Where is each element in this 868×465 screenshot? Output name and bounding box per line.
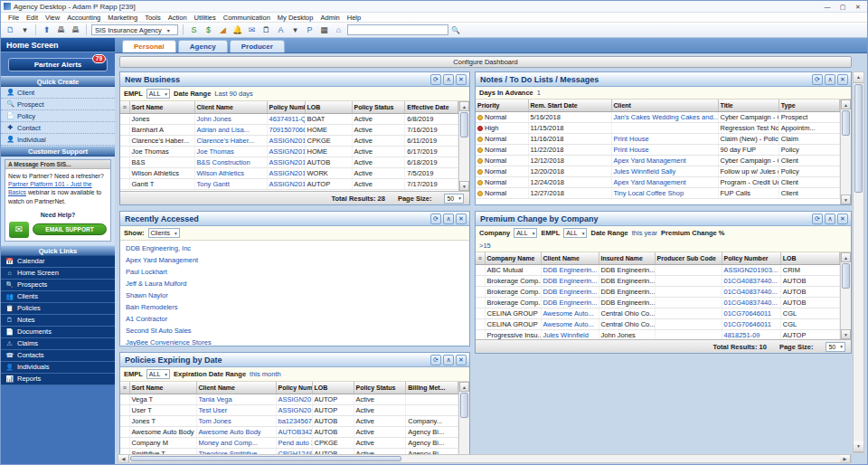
cell-client-name[interactable]: B&S Construction: [194, 157, 267, 167]
table-row[interactable]: Wilson Athletics Wilson Athletics ASSIGN…: [120, 167, 458, 178]
maximize-button[interactable]: ▢: [835, 2, 850, 12]
company-select[interactable]: ALL▾: [514, 228, 537, 238]
table-row[interactable]: Joe Thomas Joe Thomas ASSIGN2019061... H…: [120, 146, 458, 157]
column-header[interactable]: Sort Name: [129, 101, 194, 113]
column-header[interactable]: Company Name: [485, 252, 541, 264]
table-scrollbar[interactable]: ▲▼: [458, 382, 469, 454]
column-header[interactable]: Policy Number: [722, 252, 780, 264]
tab-agency[interactable]: Agency: [178, 40, 228, 52]
cell-policy-number[interactable]: 01CG40837440...: [722, 297, 780, 308]
cell-policy-number[interactable]: 01CG70646011: [722, 318, 780, 329]
days-in-advance-value[interactable]: 1: [537, 89, 541, 97]
cell-policy-number[interactable]: 7091507066127: [267, 124, 305, 135]
table-row[interactable]: Brokerage Comp... DDB Engineerin... DDB …: [476, 286, 840, 297]
cell-client-name[interactable]: Tony Gantt: [194, 178, 267, 189]
table-row[interactable]: High 11/15/2018 Regression Test Notify O…: [476, 122, 840, 133]
collapse-icon[interactable]: ∧: [825, 74, 835, 85]
cell-client-name[interactable]: Tom Jones: [196, 415, 276, 426]
table-row[interactable]: ABC Mutual DDB Engineerin... DDB Enginee…: [476, 264, 840, 275]
menu-item[interactable]: View: [42, 14, 63, 22]
cell-policy-number[interactable]: ASSIGN201903...: [722, 264, 780, 275]
premium-change-value[interactable]: >15: [479, 242, 847, 250]
quick-create-item[interactable]: 👤 Individual: [1, 134, 115, 146]
collapse-icon[interactable]: ∧: [443, 355, 454, 365]
quick-create-item[interactable]: 👤 Client: [1, 87, 115, 99]
tab-personal[interactable]: Personal: [122, 40, 176, 52]
cell-policy-number[interactable]: ASSIGN2019061...: [267, 135, 305, 146]
cell-client-name[interactable]: DDB Engineerin...: [541, 286, 599, 297]
collapse-icon[interactable]: ∧: [443, 214, 454, 224]
column-header[interactable]: Insured Name: [599, 252, 655, 264]
letter-a-icon[interactable]: A: [275, 24, 287, 36]
scroll-thumb[interactable]: [842, 110, 850, 136]
print-icon[interactable]: 🖶: [55, 24, 67, 36]
menu-item[interactable]: Tools: [141, 14, 165, 22]
refresh-icon[interactable]: ⟳: [430, 74, 441, 85]
table-row[interactable]: Normal 12/24/2018 Apex Yard Management P…: [476, 176, 840, 187]
chart-icon[interactable]: ◢: [217, 24, 229, 36]
menu-icon[interactable]: ≡: [120, 382, 129, 394]
table-row[interactable]: Normal 11/16/2018 Print House Claim (New…: [476, 133, 840, 144]
sis-icon[interactable]: S: [188, 24, 200, 36]
bell-icon[interactable]: 🔔: [231, 24, 243, 36]
close-icon[interactable]: ✕: [837, 214, 848, 224]
mail-icon[interactable]: ✉: [246, 24, 258, 36]
scroll-up-icon[interactable]: ▲: [459, 382, 469, 392]
recently-accessed-link[interactable]: Second St Auto Sales: [120, 325, 469, 337]
recently-accessed-link[interactable]: Shawn Naylor: [120, 289, 469, 301]
cell-client-name[interactable]: Adrian and Lisa...: [194, 124, 267, 135]
column-header[interactable]: Billing Met...: [406, 382, 458, 394]
quick-link-item[interactable]: 📋 Policies: [1, 303, 115, 315]
cell-policy-number[interactable]: 4818251-09: [722, 329, 780, 339]
scroll-down-icon[interactable]: ▼: [841, 195, 851, 204]
column-header[interactable]: Client Name: [541, 252, 599, 264]
scroll-up-icon[interactable]: ▲: [841, 252, 851, 262]
column-header[interactable]: Policy Number: [267, 101, 305, 113]
table-scrollbar[interactable]: ▲▼: [840, 100, 851, 204]
scroll-right-icon[interactable]: ▶: [840, 455, 851, 462]
table-row[interactable]: Normal 5/16/2018 Jan's Cakes Wedding Cak…: [476, 111, 840, 122]
quick-link-item[interactable]: 👥 Clients: [1, 291, 115, 303]
quick-link-item[interactable]: 🔍 Prospects: [1, 280, 115, 291]
scroll-thumb[interactable]: [460, 112, 468, 138]
empl-select[interactable]: ALL▾: [146, 89, 170, 99]
menu-item[interactable]: File: [5, 14, 23, 22]
recently-accessed-link[interactable]: JayBee Convenience Stores: [120, 337, 469, 346]
quick-link-item[interactable]: ⚠ Claims: [1, 338, 115, 350]
cell-client-name[interactable]: Test User: [196, 404, 276, 415]
collapse-icon[interactable]: ∧: [443, 74, 454, 85]
cell-policy-number[interactable]: ba123456789: [276, 415, 312, 426]
cell-client-name[interactable]: Awesome Auto Body: [196, 426, 276, 437]
column-header[interactable]: Producer Sub Code: [655, 252, 722, 264]
empl-select[interactable]: ALL▾: [146, 369, 170, 379]
cell-client-name[interactable]: Wilson Athletics: [194, 167, 267, 178]
grid-icon[interactable]: ▦: [318, 24, 330, 36]
recently-accessed-link[interactable]: DDB Engineering, Inc: [120, 242, 469, 254]
quick-link-item[interactable]: 📅 Calendar: [1, 256, 115, 268]
configure-dashboard-button[interactable]: Configure Dashboard: [119, 56, 852, 68]
upload-icon[interactable]: ⬆: [41, 24, 52, 36]
table-row[interactable]: Normal 12/27/2018 Tiny Local Coffee Shop…: [476, 187, 840, 198]
table-row[interactable]: Progressive Insu... Jules Winnfield John…: [476, 329, 840, 339]
page-size-select[interactable]: 50▾: [444, 194, 464, 204]
cell-client[interactable]: Jan's Cakes Wedding Cakes and...: [611, 111, 718, 122]
column-header[interactable]: Policy Status: [352, 101, 405, 113]
scroll-up-icon[interactable]: ▲: [459, 101, 469, 111]
date-range-value[interactable]: this year: [632, 229, 657, 237]
close-icon[interactable]: ✕: [837, 74, 848, 85]
table-row[interactable]: Gantt T Tony Gantt ASSIGN2019071... AUTO…: [120, 178, 458, 189]
cell-policy-number[interactable]: ASSIGN20190306...: [276, 394, 312, 404]
close-icon[interactable]: ✕: [456, 214, 467, 224]
cell-client-name[interactable]: Awesome Auto...: [541, 308, 599, 318]
column-header[interactable]: LOB: [780, 252, 839, 264]
scroll-thumb[interactable]: [130, 456, 401, 461]
cell-client-name[interactable]: John Jones: [194, 113, 267, 124]
menu-item[interactable]: Accounting: [63, 14, 104, 22]
show-select[interactable]: Clients▾: [148, 228, 180, 238]
menu-item[interactable]: Communication: [220, 14, 274, 22]
a-dropdown-caret-icon[interactable]: ▾: [289, 24, 301, 36]
quick-create-item[interactable]: ✚ Contact: [1, 122, 115, 134]
cell-policy-number[interactable]: 01CG70646011: [722, 308, 780, 318]
menu-icon[interactable]: ≡: [120, 101, 129, 113]
recently-accessed-link[interactable]: Paul Lockhart: [120, 266, 469, 278]
